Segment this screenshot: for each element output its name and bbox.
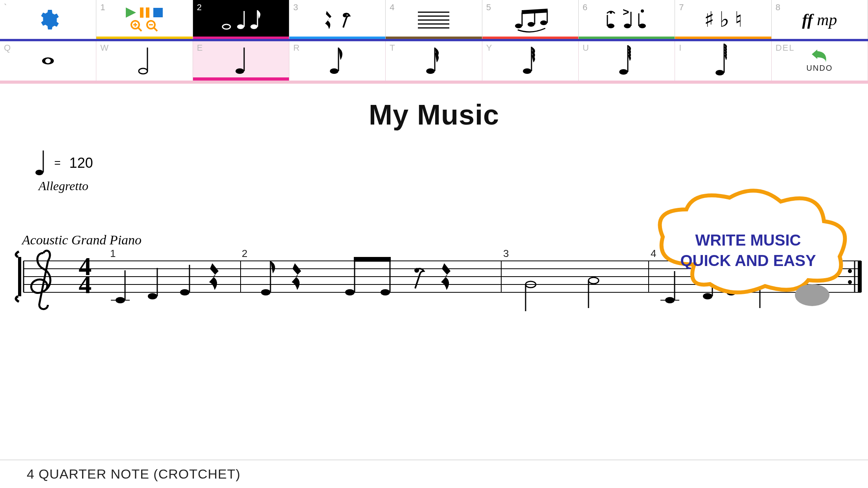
status-text: 4 QUARTER NOTE (CROTCHET) [27, 466, 241, 482]
half-note-cell[interactable]: W [96, 41, 193, 81]
beams-cell[interactable]: 5 [482, 0, 579, 39]
svg-point-23 [528, 22, 535, 27]
gear-icon [36, 8, 60, 31]
svg-point-86 [414, 268, 419, 273]
toolbar-top: ` 1 2 3 [0, 0, 868, 41]
svg-point-48 [523, 68, 531, 74]
svg-point-100 [795, 284, 829, 306]
svg-text:>: > [623, 6, 629, 18]
rests-icon [320, 9, 355, 31]
svg-point-75 [148, 293, 157, 299]
svg-rect-56 [18, 257, 21, 296]
svg-point-42 [235, 68, 244, 74]
playback-cell[interactable]: 1 [96, 0, 193, 39]
svg-point-36 [639, 24, 646, 28]
play-icon[interactable] [126, 7, 136, 18]
svg-rect-69 [858, 261, 862, 292]
svg-point-14 [250, 24, 257, 29]
svg-point-52 [715, 70, 724, 75]
undo-arrow-icon [812, 50, 828, 62]
svg-point-30 [607, 24, 614, 28]
svg-point-54 [35, 170, 43, 175]
svg-point-24 [540, 20, 547, 25]
svg-point-73 [116, 297, 125, 303]
beamed-notes-icon [511, 9, 550, 31]
svg-point-81 [345, 289, 355, 295]
svg-line-9 [154, 28, 157, 31]
svg-point-44 [330, 68, 338, 74]
pause-icon[interactable] [140, 7, 149, 18]
svg-point-29 [610, 11, 612, 14]
svg-point-89 [588, 277, 599, 284]
note-values-icon [219, 8, 263, 31]
measure-number: 2 [242, 248, 247, 260]
rests-cell[interactable]: 3 [289, 0, 386, 39]
svg-rect-3 [153, 8, 163, 17]
measure-number: 3 [503, 248, 509, 260]
zoom-in-icon[interactable] [131, 20, 142, 32]
undo-cell[interactable]: DEL UNDO [772, 41, 868, 81]
score-title[interactable]: My Music [20, 99, 848, 131]
svg-rect-2 [146, 7, 149, 18]
dynamics-cell[interactable]: 8 ff mp [772, 0, 868, 39]
zoom-out-icon[interactable] [146, 20, 158, 32]
svg-point-40 [139, 68, 147, 74]
whole-note-cell[interactable]: Q [0, 41, 96, 81]
settings-cell[interactable]: ` [0, 0, 96, 39]
half-note-icon [138, 47, 150, 75]
quarter-note-icon [235, 47, 247, 75]
sixteenth-note-cell[interactable]: T [386, 41, 482, 81]
svg-marker-0 [126, 7, 136, 18]
sixtyfourth-note-cell[interactable]: U [579, 41, 675, 81]
sixteenth-note-icon [426, 47, 441, 75]
whole-note-icon [41, 57, 55, 65]
svg-point-16 [343, 13, 347, 17]
accidentals-cell[interactable]: 7 ♯ ♭ ♮ [675, 0, 771, 39]
eighth-note-cell[interactable]: R [289, 41, 386, 81]
callout-text: WRITE MUSIC QUICK AND EASY [671, 230, 825, 271]
tempo-value: 120 [69, 155, 93, 171]
toolbar-notes: Q W E R T Y U I DEL UNDO [0, 41, 868, 84]
thirtysecond-note-cell[interactable]: Y [482, 41, 579, 81]
articulations-icon: > [603, 9, 650, 31]
hundredtwentyeighth-note-icon [715, 45, 731, 77]
svg-point-12 [237, 24, 244, 29]
tempo-equals: = [54, 157, 61, 169]
measure-number: 1 [110, 248, 116, 260]
sixtyfourth-note-icon [619, 46, 634, 76]
hundredtwentyeighth-note-cell[interactable]: I [675, 41, 771, 81]
note-palette-cell[interactable]: 2 [193, 0, 289, 39]
accidentals-icon: ♯ ♭ ♮ [704, 7, 742, 32]
svg-point-77 [180, 289, 189, 295]
thirtysecond-note-icon [522, 47, 538, 75]
svg-rect-85 [354, 257, 391, 262]
status-bar: 4 QUARTER NOTE (CROTCHET) [0, 460, 868, 488]
svg-point-22 [515, 24, 522, 28]
stop-icon[interactable] [153, 8, 163, 17]
svg-point-79 [261, 289, 270, 295]
quarter-note-cell[interactable]: E [193, 41, 289, 81]
tempo-note-icon [35, 150, 46, 176]
staff-icon [418, 11, 449, 28]
svg-point-46 [426, 68, 435, 74]
svg-point-50 [619, 69, 628, 75]
dynamics-icon: ff mp [802, 10, 837, 29]
svg-rect-1 [140, 7, 143, 18]
articulation-cell[interactable]: 6 > [579, 0, 675, 39]
svg-marker-28 [522, 9, 548, 14]
svg-point-35 [641, 9, 644, 13]
tempo-marking[interactable]: = 120 [35, 150, 848, 176]
svg-text:4: 4 [79, 270, 92, 299]
eighth-note-icon [329, 47, 345, 75]
svg-line-5 [138, 28, 142, 31]
svg-point-39 [45, 59, 51, 63]
stafflines-cell[interactable]: 4 [386, 0, 482, 39]
svg-point-33 [624, 24, 631, 28]
svg-point-83 [381, 289, 390, 295]
svg-point-11 [223, 24, 230, 29]
undo-label: UNDO [806, 64, 833, 73]
score-area: My Music = 120 Allegretto Acoustic Grand… [0, 84, 868, 332]
